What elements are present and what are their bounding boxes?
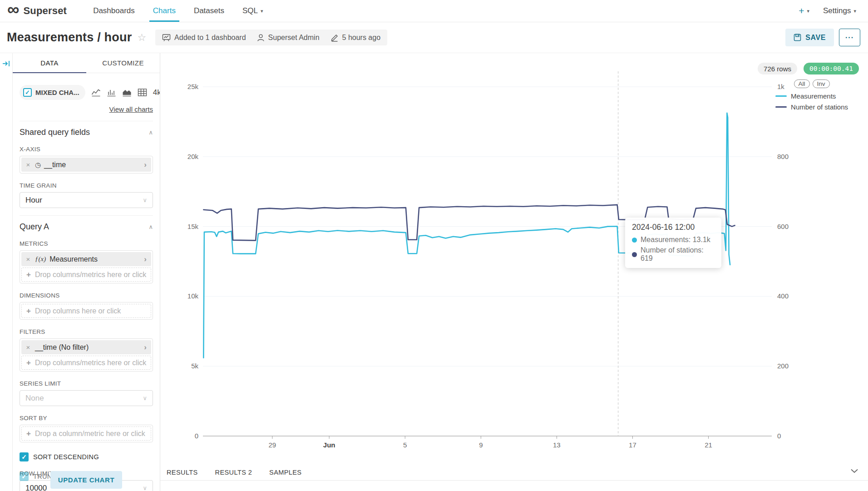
tab-customize[interactable]: CUSTOMIZE xyxy=(86,53,160,73)
x-axis-label: 29 xyxy=(269,441,276,449)
series-dot-icon xyxy=(632,238,637,243)
metric-field[interactable]: × ƒ(x) Measurements › xyxy=(21,252,151,266)
nav-menu: Dashboards Charts Datasets SQL ▾ xyxy=(84,0,272,22)
favorite-star-icon[interactable]: ☆ xyxy=(137,32,146,44)
legend-select-all-button[interactable]: All xyxy=(794,79,810,88)
top-navbar: ∞ Superset Dashboards Charts Datasets SQ… xyxy=(0,0,868,22)
shared-query-fields-section[interactable]: Shared query fields ∧ xyxy=(20,128,153,137)
view-all-charts-link[interactable]: View all charts xyxy=(109,105,153,113)
bar-chart-icon[interactable] xyxy=(107,88,116,97)
chevron-right-icon: › xyxy=(144,255,147,264)
chart-tooltip: 2024-06-16 12:00 Measurements: 13.1kNumb… xyxy=(625,218,721,268)
chart-panel: 726 rows 00:00:00.41 All Inv Measurement… xyxy=(160,53,868,491)
panel-tabs: DATA CUSTOMIZE xyxy=(13,53,160,73)
legend-label: Measurements xyxy=(791,92,836,100)
time-grain-select[interactable]: Hour ∨ xyxy=(20,192,153,208)
nav-item-datasets[interactable]: Datasets xyxy=(185,0,233,22)
query-a-section[interactable]: Query A ∧ xyxy=(20,222,153,232)
nav-item-sql[interactable]: SQL ▾ xyxy=(233,0,272,22)
tooltip-text: Measurements: 13.1k xyxy=(641,236,710,244)
checkbox-checked-icon: ✓ xyxy=(23,88,32,97)
line-chart-plot[interactable]: 29Jun5913172105k10k15k20k25k020040060080… xyxy=(160,53,868,464)
caret-down-icon: ∨ xyxy=(143,197,147,203)
remove-icon[interactable]: × xyxy=(21,255,35,263)
save-button[interactable]: SAVE xyxy=(785,29,834,46)
plus-icon: + xyxy=(26,358,31,367)
y-axis-left-label: 0 xyxy=(195,432,198,440)
sort-by-drop-zone[interactable]: + Drop a column/metric here or click xyxy=(21,427,151,441)
x-axis-label: 21 xyxy=(705,441,712,449)
settings-menu[interactable]: Settings ▾ xyxy=(823,6,856,15)
last-edited-badge[interactable]: 5 hours ago xyxy=(330,34,381,42)
page-title: Measurements / hour xyxy=(7,30,132,45)
dimensions-control: + Drop columns here or click xyxy=(20,302,153,320)
series-limit-select[interactable]: None ∨ xyxy=(20,390,153,406)
x-axis-field[interactable]: × ◷ __time › xyxy=(21,158,151,172)
y-axis-left-label: 25k xyxy=(187,83,199,90)
plus-icon: + xyxy=(26,307,31,316)
dimensions-label: DIMENSIONS xyxy=(20,292,153,299)
tooltip-text: Number of stations: 619 xyxy=(641,246,715,263)
time-grain-label: TIME GRAIN xyxy=(20,182,153,189)
tab-results[interactable]: RESULTS xyxy=(167,469,198,476)
viz-type-row: ✓ MIXED CHA... xyxy=(20,85,153,100)
sort-by-label: SORT BY xyxy=(20,415,153,422)
area-chart-icon[interactable] xyxy=(122,88,132,97)
filters-label: FILTERS xyxy=(20,328,153,335)
table-icon[interactable] xyxy=(138,88,147,97)
row-count-badge: 726 rows xyxy=(758,63,797,74)
legend-item-measurements[interactable]: Measurements xyxy=(775,92,836,100)
collapse-panel-icon[interactable] xyxy=(2,60,10,68)
legend-item-number-of-stations[interactable]: Number of stations xyxy=(775,103,848,111)
metrics-control: × ƒ(x) Measurements › + Drop columns/met… xyxy=(20,250,153,283)
y-axis-right-label: 600 xyxy=(777,223,789,230)
sort-descending-checkbox[interactable]: ✓ SORT DESCENDING xyxy=(20,452,153,461)
nav-item-dashboards[interactable]: Dashboards xyxy=(84,0,144,22)
viz-type-selected[interactable]: ✓ MIXED CHA... xyxy=(20,85,85,100)
y-axis-left-label: 15k xyxy=(187,223,199,230)
legend-items: MeasurementsNumber of stations xyxy=(775,92,848,111)
collapse-results-icon[interactable] xyxy=(851,469,858,473)
legend-toggles: All Inv xyxy=(775,79,848,88)
dashboard-icon xyxy=(162,34,171,42)
remove-icon[interactable]: × xyxy=(21,343,35,351)
save-icon xyxy=(794,34,801,41)
metrics-drop-zone[interactable]: + Drop columns/metrics here or click xyxy=(21,268,151,282)
panel-collapse-rail xyxy=(0,53,13,491)
dashboards-badge[interactable]: Added to 1 dashboard xyxy=(162,34,246,42)
filter-field[interactable]: × __time (No filter) › xyxy=(21,340,151,354)
tab-data[interactable]: DATA xyxy=(13,53,86,73)
nav-item-charts[interactable]: Charts xyxy=(144,0,185,22)
tooltip-items: Measurements: 13.1kNumber of stations: 6… xyxy=(632,236,715,263)
x-axis-label: X-AXIS xyxy=(20,146,153,153)
user-icon xyxy=(257,34,265,42)
x-axis-label: 13 xyxy=(553,441,561,449)
dimensions-drop-zone[interactable]: + Drop columns here or click xyxy=(21,304,151,318)
pencil-icon xyxy=(330,34,339,42)
series-dot-icon xyxy=(632,252,637,257)
checkbox-checked-icon: ✓ xyxy=(20,472,29,481)
caret-up-icon: ∧ xyxy=(148,129,153,136)
remove-icon[interactable]: × xyxy=(21,161,35,169)
plus-icon: + xyxy=(26,270,31,279)
tab-results-2[interactable]: RESULTS 2 xyxy=(215,469,252,476)
query-status-row: 726 rows 00:00:00.41 xyxy=(758,63,859,74)
chart-meta-strip: Added to 1 dashboard Superset Admin 5 ho… xyxy=(155,30,387,45)
x-axis-label: Jun xyxy=(323,441,335,449)
filters-control: × __time (No filter) › + Drop columns/me… xyxy=(20,338,153,372)
caret-down-icon: ▾ xyxy=(807,8,810,14)
more-options-button[interactable]: ··· xyxy=(839,29,860,46)
owner-badge: Superset Admin xyxy=(257,34,320,42)
chevron-right-icon: › xyxy=(144,160,147,169)
new-item-button[interactable]: + ▾ xyxy=(799,5,809,16)
tab-samples[interactable]: SAMPLES xyxy=(269,469,301,476)
viz-4k-shortcut[interactable]: 4k xyxy=(153,88,160,97)
filters-drop-zone[interactable]: + Drop columns/metrics here or click xyxy=(21,356,151,370)
superset-logo[interactable]: ∞ Superset xyxy=(0,5,73,17)
y-axis-left-label: 5k xyxy=(191,362,198,370)
line-chart-icon[interactable] xyxy=(91,88,101,97)
update-chart-button[interactable]: UPDATE CHART xyxy=(50,471,122,489)
caret-down-icon: ∨ xyxy=(143,485,147,491)
legend-inverse-button[interactable]: Inv xyxy=(813,79,830,88)
viz-type-shortcuts: 4k xyxy=(91,88,160,97)
